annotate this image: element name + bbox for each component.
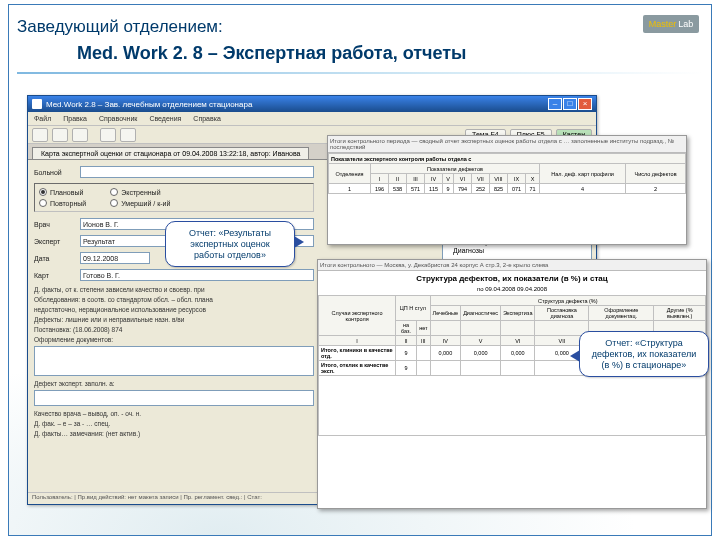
form-text-6: Оформление документов: (34, 336, 314, 343)
radio-deceased-label: Умерший / к-ий (121, 200, 170, 207)
app-icon (32, 99, 42, 109)
patient-label: Больной (34, 169, 76, 176)
report1-col-count: Число дефектов (626, 164, 686, 184)
radio-repeat-label: Повторный (50, 200, 86, 207)
r1-cell: 571 (406, 184, 424, 194)
window-title: Med.Work 2.8 – Зав. лечебным отделением … (46, 100, 548, 109)
comments-textarea[interactable] (34, 346, 314, 376)
r2-col-cpn: ЦП Н стул (396, 296, 430, 321)
form-text-7: Дефект эксперт. заполн. а: (34, 380, 314, 387)
patient-field[interactable] (80, 166, 314, 178)
r2-cell (430, 361, 461, 376)
r1-sc-3: III (406, 174, 424, 184)
r1-cell: 4 (540, 184, 626, 194)
slide-header-line1: Заведующий отделением: (17, 17, 703, 37)
r2-cell: 9 (396, 346, 417, 361)
radio-emergency-label: Экстренный (121, 189, 160, 196)
radio-emergency[interactable] (110, 188, 118, 196)
r1-sc-2: II (388, 174, 406, 184)
r1-sc-4: IV (424, 174, 442, 184)
form-text-8: Качество врача – вывод, оп. - оч. н. (34, 410, 314, 417)
window-buttons: – □ × (548, 98, 592, 110)
admission-type-group: Плановый Повторный Экстренный Умерший / … (34, 183, 314, 212)
radio-planned[interactable] (39, 188, 47, 196)
menu-info[interactable]: Сведения (149, 115, 181, 122)
date-label: Дата (34, 255, 76, 262)
r1-sc-6: VI (453, 174, 471, 184)
form-text-1: Д. факты, от к. степени зависели качеств… (34, 286, 314, 293)
menu-edit[interactable]: Правка (63, 115, 87, 122)
report1-title: Показатели экспертного контроля работы о… (329, 154, 686, 164)
menu-ref[interactable]: Справочник (99, 115, 138, 122)
logo-accent: Master (649, 19, 677, 29)
r1-sc-5: V (442, 174, 453, 184)
r2-empty (319, 376, 706, 436)
active-tab[interactable]: Карта экспертной оценки от стационара от… (32, 147, 309, 159)
doctor-label: Врач (34, 221, 76, 228)
r2-col-post: Постановка диагноза (535, 306, 589, 321)
r2-idx-1: I (319, 336, 396, 346)
toolbar-paste-icon[interactable] (120, 128, 136, 142)
card-field[interactable]: Готово В. Г. (80, 269, 314, 281)
close-button[interactable]: × (578, 98, 592, 110)
logo-text: Lab (678, 19, 693, 29)
table-row[interactable] (319, 376, 706, 436)
menu-file[interactable]: Файл (34, 115, 51, 122)
report1-col-indicators: Показатели дефектов (370, 164, 539, 174)
logo-masterlab: Master Lab (643, 15, 699, 33)
r2-cell (461, 361, 501, 376)
r2-col-cases: Случаи экспертного контроля (319, 296, 396, 336)
radio-planned-label: Плановый (50, 189, 83, 196)
r2-cell (417, 346, 430, 361)
r1-cell: 071 (507, 184, 525, 194)
r2-col-exp: Экспертиза (501, 306, 535, 321)
r2-col-struct-main: Структура дефекта (%) (430, 296, 705, 306)
radio-deceased[interactable] (110, 199, 118, 207)
form-text-9: Д. фак. – е – за - … спец. (34, 420, 314, 427)
r2-cell: 9 (396, 361, 417, 376)
card-label: Карт (34, 272, 76, 279)
toolbar-print-icon[interactable] (72, 128, 88, 142)
r2-idx-2: II (396, 336, 417, 346)
table-row[interactable]: 1 196 538 571 115 9 794 252 825 071 71 4… (329, 184, 686, 194)
r2-cell: 0,000 (461, 346, 501, 361)
r1-cell: 9 (442, 184, 453, 194)
slide-header-line2: Med. Work 2. 8 – Экспертная работа, отче… (77, 43, 703, 64)
r2-idx-6: VI (501, 336, 535, 346)
form-text-4: Дефекты: лишние или и неправильные назн.… (34, 316, 314, 323)
r2-sub-2: нет (417, 321, 430, 336)
menu-help[interactable]: Справка (193, 115, 220, 122)
r2-cell: 0,000 (430, 346, 461, 361)
r1-cell: 2 (626, 184, 686, 194)
r1-sc-10: X (525, 174, 539, 184)
report-expert-results: Итоги контрольного периода — сводный отч… (327, 135, 687, 245)
r2-idx-3: III (417, 336, 430, 346)
slide-header: Заведующий отделением: Med. Work 2. 8 – … (9, 5, 711, 78)
report2-period: по 09.04.2008 09.04.2008 (318, 286, 706, 295)
r2-cell (417, 361, 430, 376)
toolbar-copy-icon[interactable] (100, 128, 116, 142)
defect-textarea[interactable] (34, 390, 314, 406)
radio-repeat[interactable] (39, 199, 47, 207)
r2-row-label: Итого, клиники в качестве отд. (319, 346, 396, 361)
report1-table: Показатели экспертного контроля работы о… (328, 153, 686, 194)
form-text-3: недостаточно, нерациональное использован… (34, 306, 314, 313)
report2-title: Структура дефектов, их показатели (в %) … (318, 271, 706, 286)
r1-sc-1: I (370, 174, 388, 184)
date-field[interactable]: 09.12.2008 (80, 252, 150, 264)
toolbar-new-icon[interactable] (32, 128, 48, 142)
r2-col-treat: Лечебные (430, 306, 461, 321)
menubar: Файл Правка Справочник Сведения Справка (28, 112, 596, 126)
app-stage: Med.Work 2.8 – Зав. лечебным отделением … (27, 95, 693, 523)
r2-col-doc: Оформление документац. (589, 306, 654, 321)
r1-sc-8: VIII (489, 174, 507, 184)
minimize-button[interactable]: – (548, 98, 562, 110)
window-titlebar[interactable]: Med.Work 2.8 – Зав. лечебным отделением … (28, 96, 596, 112)
tree-item-diagnoses[interactable]: Диагнозы (445, 246, 589, 255)
report1-header: Итоги контрольного периода — сводный отч… (328, 136, 686, 153)
expert-label: Эксперт (34, 238, 76, 245)
report1-col-profile: Нал. деф. карт профили (540, 164, 626, 184)
toolbar-save-icon[interactable] (52, 128, 68, 142)
r1-cell: 196 (370, 184, 388, 194)
maximize-button[interactable]: □ (563, 98, 577, 110)
